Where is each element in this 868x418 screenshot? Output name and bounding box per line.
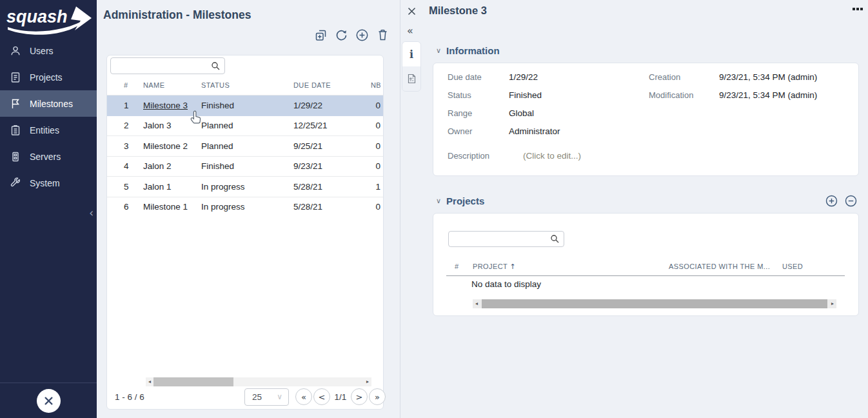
trash-icon [375,28,390,43]
sidebar-item-entities[interactable]: Entities [0,117,97,143]
detail-tabstrip: i [402,41,421,92]
close-panel-button[interactable] [406,6,417,18]
projects-search-input[interactable] [453,232,546,246]
col-project[interactable]: PROJECT ↑ [473,263,516,271]
col-used[interactable]: USED [782,263,803,270]
sidebar-collapse-chevron-icon[interactable]: ‹ [89,208,94,219]
status-value[interactable]: Finished [509,90,542,100]
col-status[interactable]: STATUS [201,81,293,89]
refresh-button[interactable] [334,28,349,43]
milestones-toolbar [313,28,390,43]
cell-nb: 0 [371,161,380,171]
scrollbar-thumb[interactable] [482,299,827,308]
cell-due-date: 5/28/21 [293,202,371,212]
milestones-search-input[interactable] [115,58,208,74]
range-value[interactable]: Global [509,108,534,118]
scroll-right-icon[interactable]: ▸ [829,299,836,308]
projects-horizontal-scrollbar[interactable]: ◂ ▸ [473,299,836,308]
refresh-icon [334,28,349,43]
first-page-button[interactable]: « [295,388,312,405]
table-row[interactable]: 1 Milestone 3 Finished 1/29/22 0 [107,95,383,115]
panel-collapse-chevron-icon[interactable]: « [407,25,413,37]
cell-num: 5 [107,182,143,192]
cell-name: Milestone 2 [143,141,201,151]
range-label: Range [448,108,472,118]
col-nb[interactable]: NB [371,81,380,89]
prev-page-button[interactable]: < [313,388,330,405]
more-options-icon[interactable] [853,8,863,10]
table-header-divider [446,275,845,276]
entities-icon [10,124,21,136]
tab-attachments[interactable] [402,66,420,91]
chevron-down-icon: ∨ [436,197,441,205]
empty-table-message: No data to display [471,279,541,289]
owner-value[interactable]: Administrator [509,126,560,136]
cell-status: In progress [201,182,293,192]
table-row[interactable]: 2 Jalon 3 Planned 12/25/21 0 [107,115,383,136]
cell-due-date: 12/25/21 [293,121,371,130]
last-page-button[interactable]: » [369,388,386,405]
col-due-date[interactable]: DUE DATE [293,81,371,89]
clone-milestone-button[interactable] [313,28,328,43]
table-row[interactable]: 3 Milestone 2 Planned 9/25/21 0 [107,135,383,156]
unbind-project-button[interactable] [844,194,858,208]
cell-nb: 0 [371,202,380,212]
scroll-right-icon[interactable]: ▸ [364,377,371,386]
sidebar-item-servers[interactable]: Servers [0,143,97,170]
scroll-left-icon[interactable]: ◂ [473,299,480,308]
description-label: Description [448,151,489,161]
detail-title: Milestone 3 [429,5,487,17]
tab-information[interactable]: i [402,42,420,66]
add-icon [355,28,370,43]
modification-label: Modification [649,90,693,100]
sidebar-item-projects[interactable]: Projects [0,64,97,90]
cell-due-date: 1/29/22 [293,101,371,110]
sidebar-item-system[interactable]: System [0,170,97,196]
sidebar-item-label: Entities [30,125,59,135]
sort-asc-icon: ↑ [509,263,516,271]
table-row[interactable]: 5 Jalon 1 In progress 5/28/21 1 [107,176,383,197]
scroll-left-icon[interactable]: ◂ [146,377,153,386]
page-indicator: 1/1 [331,392,350,402]
sidebar-item-label: System [30,178,60,188]
col-num[interactable]: # [107,81,143,89]
col-num[interactable]: # [455,263,459,270]
next-page-button[interactable]: > [351,388,368,405]
table-row[interactable]: 4 Jalon 2 Finished 9/23/21 0 [107,156,383,177]
status-label: Status [448,90,471,100]
sidebar-item-label: Milestones [30,99,73,109]
sidebar-item-users[interactable]: Users [0,37,97,64]
search-icon [550,234,559,246]
due-date-value[interactable]: 1/29/22 [509,72,538,82]
description-edit-placeholder[interactable]: (Click to edit...) [523,151,581,161]
section-title: Projects [446,195,484,206]
col-associated[interactable]: ASSOCIATED WITH THE M... [669,263,770,270]
projects-search-box [448,231,564,247]
col-name[interactable]: NAME [143,81,201,89]
table-row[interactable]: 6 Milestone 1 In progress 5/28/21 0 [107,197,383,217]
scrollbar-thumb[interactable] [153,377,233,386]
projects-section-header[interactable]: ∨ Projects [436,195,484,206]
milestones-search-box [110,57,225,74]
milestone-detail-panel: Milestone 3 « i ∨ Information Due date 1… [400,0,868,418]
milestone-name-link[interactable]: Milestone 3 [143,101,188,110]
cell-num: 1 [107,101,143,110]
cell-name: Jalon 2 [143,161,201,171]
cell-due-date: 5/28/21 [293,182,371,192]
document-icon [407,74,417,84]
add-circle-icon [825,194,838,208]
bind-project-button[interactable] [825,194,838,208]
creation-label: Creation [649,72,680,82]
information-section-header[interactable]: ∨ Information [436,45,500,56]
sidebar-close-button[interactable] [37,389,61,413]
delete-milestone-button[interactable] [375,28,390,43]
add-milestone-button[interactable] [355,28,370,43]
projects-icon [10,72,21,83]
sidebar-item-milestones[interactable]: Milestones [0,90,97,117]
table-horizontal-scrollbar[interactable]: ◂ ▸ [146,377,371,386]
page-title: Administration - Milestones [103,8,251,22]
sidebar-footer [0,383,97,418]
page-size-select[interactable]: 25 ∨ [244,388,289,406]
chevron-down-icon: ∨ [436,46,441,55]
cell-nb: 0 [371,101,380,110]
